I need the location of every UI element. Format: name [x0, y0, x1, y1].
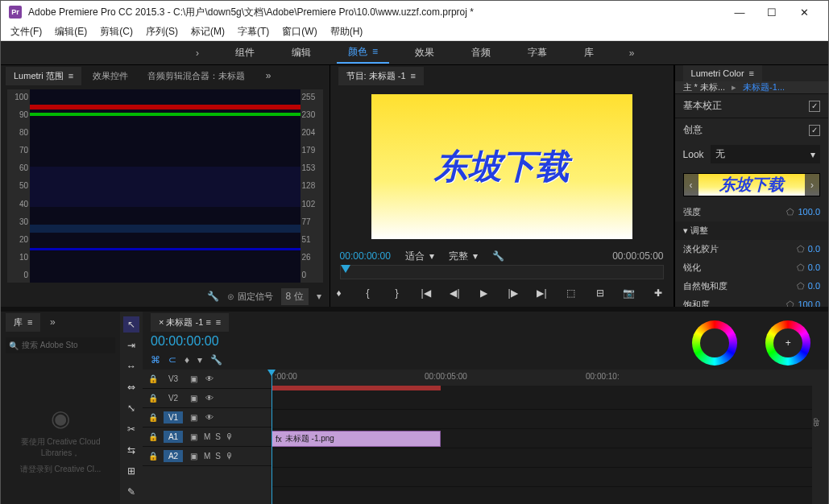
sharpen-value[interactable]: 0.0 — [808, 262, 820, 272]
program-tab[interactable]: 节目: 未标题 -1 — [338, 67, 424, 85]
tab-libraries[interactable]: 库 — [6, 313, 40, 332]
lock-icon[interactable]: 🔒 — [147, 432, 159, 441]
track-select-tool[interactable]: ⇥ — [123, 337, 139, 353]
wrench-icon[interactable]: 🔧 — [210, 354, 222, 366]
rolling-edit-tool[interactable]: ⇔ — [123, 379, 139, 395]
ripple-edit-tool[interactable]: ↔ — [123, 358, 139, 374]
export-frame-button[interactable]: 📷 — [620, 284, 638, 302]
workspace-editing[interactable]: 编辑 — [280, 43, 322, 63]
lift-button[interactable]: ⬚ — [562, 284, 580, 302]
highlight-tint-wheel[interactable] — [765, 320, 810, 366]
bit-depth-select[interactable]: 8 位 — [281, 288, 309, 305]
tabs-overflow-icon[interactable]: » — [40, 316, 64, 328]
lumetri-tab[interactable]: Lumetri Color — [683, 65, 762, 81]
basic-correction-section[interactable]: 基本校正 ✓ — [675, 93, 828, 118]
track-v2[interactable]: 🔒V2▣👁 — [143, 389, 271, 408]
vibrance-value[interactable]: 0.0 — [808, 281, 820, 291]
creative-section[interactable]: 创意 ✓ — [675, 118, 828, 142]
add-marker-button[interactable]: ♦ — [330, 284, 348, 302]
menu-help[interactable]: 帮助(H) — [325, 23, 368, 40]
prev-look-button[interactable]: ‹ — [684, 174, 698, 196]
sequence-tab[interactable]: × 未标题 -1 ≡ — [151, 313, 229, 332]
track-v1[interactable]: 🔒V1▣👁 — [143, 408, 271, 428]
mic-icon[interactable]: 🎙 — [226, 452, 234, 461]
chevron-down-icon[interactable]: ▾ — [473, 250, 478, 262]
minimize-button[interactable]: — — [723, 1, 756, 23]
intensity-value[interactable]: 100.0 — [798, 207, 820, 217]
tab-effect-controls[interactable]: 效果控件 — [85, 67, 136, 85]
row-a2[interactable] — [271, 468, 812, 487]
search-input[interactable]: 🔍搜索 Adobe Sto — [6, 337, 115, 353]
clamp-signal-toggle[interactable]: ⊙ 固定信号 — [227, 291, 272, 303]
goto-in-button[interactable]: |◀ — [417, 284, 435, 302]
timeline-playhead[interactable] — [271, 370, 272, 504]
adjust-header[interactable]: ▾ 调整 — [683, 225, 708, 237]
close-button[interactable]: ✕ — [788, 1, 820, 23]
step-fwd-button[interactable]: |▶ — [504, 284, 522, 302]
mic-icon[interactable]: 🎙 — [226, 432, 234, 441]
workspace-left-icon[interactable]: › — [185, 48, 209, 59]
chevron-down-icon[interactable]: ▾ — [317, 291, 321, 302]
extract-button[interactable]: ⊟ — [591, 284, 609, 302]
quality-select[interactable]: 完整 — [449, 250, 468, 263]
workspace-titles[interactable]: 字幕 — [516, 43, 558, 63]
menu-sequence[interactable]: 序列(S) — [141, 23, 183, 40]
menu-window[interactable]: 窗口(W) — [277, 23, 321, 40]
step-back-button[interactable]: ◀| — [446, 284, 464, 302]
program-ruler[interactable] — [340, 265, 664, 279]
goto-out-button[interactable]: ▶| — [533, 284, 551, 302]
workspace-audio[interactable]: 音频 — [460, 43, 502, 63]
mark-in-button[interactable]: { — [359, 284, 377, 302]
timeline-tracks[interactable]: :00:00 00:00:05:00 00:00:10: fx未标题 -1.pn… — [271, 370, 812, 504]
clip-untitled-png[interactable]: fx未标题 -1.png — [271, 431, 441, 447]
row-v3[interactable] — [271, 390, 812, 410]
row-v1[interactable]: fx未标题 -1.png — [271, 429, 812, 448]
rate-stretch-tool[interactable]: ⤡ — [123, 400, 139, 416]
settings-icon[interactable]: ▾ — [197, 354, 202, 366]
slide-tool[interactable]: ⊞ — [123, 463, 139, 479]
timeline-ruler[interactable]: :00:00 00:00:05:00 00:00:10: — [271, 370, 812, 386]
track-a2[interactable]: 🔒A2▣MS🎙 — [143, 447, 271, 466]
track-a1[interactable]: 🔒A1▣MS🎙 — [143, 428, 271, 447]
razor-tool[interactable]: ✂ — [123, 421, 139, 437]
menu-marker[interactable]: 标记(M) — [186, 23, 230, 40]
pen-tool[interactable]: ✎ — [123, 484, 139, 500]
marker-icon[interactable]: ♦ — [184, 354, 189, 366]
selection-tool[interactable]: ↖ — [123, 316, 139, 333]
mark-out-button[interactable]: } — [388, 284, 406, 302]
play-button[interactable]: ▶ — [475, 284, 493, 302]
row-v2[interactable] — [271, 410, 812, 429]
workspace-libraries[interactable]: 库 — [573, 43, 605, 63]
lock-icon[interactable]: 🔒 — [147, 394, 159, 403]
menu-file[interactable]: 文件(F) — [6, 23, 47, 40]
playhead-icon[interactable] — [341, 265, 350, 273]
creative-checkbox[interactable]: ✓ — [809, 125, 820, 136]
fit-select[interactable]: 适合 — [405, 250, 425, 263]
workspace-color[interactable]: 颜色 — [337, 42, 389, 64]
workspace-overflow-icon[interactable]: » — [620, 48, 644, 59]
menu-edit[interactable]: 编辑(E) — [50, 23, 92, 40]
lock-icon[interactable]: 🔒 — [147, 452, 159, 461]
tabs-overflow-icon[interactable]: » — [256, 70, 280, 81]
linked-selection-icon[interactable]: ⊂ — [168, 354, 176, 366]
program-timecode-in[interactable]: 00:00:00:00 — [340, 250, 391, 262]
tab-lumetri-scopes[interactable]: Lumetri 范围 — [6, 67, 81, 85]
look-select[interactable]: 无▾ — [711, 145, 820, 163]
button-editor-icon[interactable]: ✚ — [649, 284, 667, 302]
shadow-tint-wheel[interactable] — [692, 320, 737, 366]
row-a1[interactable] — [271, 448, 812, 468]
lock-icon[interactable]: 🔒 — [147, 413, 159, 422]
workspace-effects[interactable]: 效果 — [404, 43, 446, 63]
workspace-assembly[interactable]: 组件 — [224, 43, 266, 63]
maximize-button[interactable]: ☐ — [756, 1, 788, 23]
lock-icon[interactable]: 🔒 — [147, 374, 159, 383]
timeline-timecode[interactable]: 00:00:00:00 — [151, 334, 219, 349]
tab-audio-mixer[interactable]: 音频剪辑混合器：未标题 — [139, 67, 253, 85]
sequence-link[interactable]: 未标题-1... — [743, 81, 785, 93]
chevron-down-icon[interactable]: ▾ — [429, 250, 434, 262]
wrench-icon[interactable]: 🔧 — [492, 250, 504, 262]
menu-title[interactable]: 字幕(T) — [233, 23, 274, 40]
basic-checkbox[interactable]: ✓ — [809, 101, 820, 112]
wrench-icon[interactable]: 🔧 — [207, 291, 219, 302]
next-look-button[interactable]: › — [805, 174, 819, 196]
